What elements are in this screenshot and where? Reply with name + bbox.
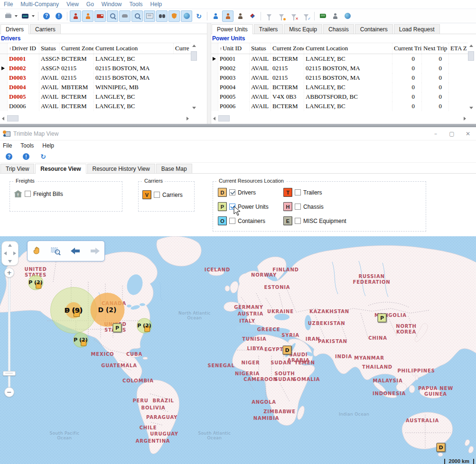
- cell-driver-id[interactable]: D0006: [8, 102, 39, 111]
- globe-clock-icon[interactable]: [181, 10, 192, 22]
- info-icon[interactable]: !: [20, 151, 32, 162]
- menu-window[interactable]: Window: [102, 1, 122, 8]
- pan-down-icon[interactable]: [8, 260, 12, 263]
- cell-location[interactable]: 02115 BOSTON, MA: [304, 64, 392, 73]
- row-selector-header[interactable]: [0, 43, 8, 54]
- cell-location[interactable]: LANGLEY, BC: [94, 92, 191, 102]
- binoculars-icon[interactable]: [156, 10, 168, 22]
- tab-resource-history-view[interactable]: Resource History View: [87, 164, 155, 173]
- col-status[interactable]: Status: [39, 43, 60, 54]
- containers-checkbox[interactable]: [229, 218, 235, 224]
- col-current-location[interactable]: Current Location: [94, 43, 174, 54]
- tab-resource-view[interactable]: Resource View: [35, 164, 86, 174]
- row-selector-header[interactable]: [211, 43, 218, 54]
- trailers-checkbox[interactable]: [295, 189, 301, 195]
- cell-unit-id[interactable]: P0002: [218, 64, 250, 73]
- cell-location[interactable]: LANGLEY, BC: [304, 54, 392, 64]
- cell-next-trip[interactable]: 0: [422, 73, 449, 83]
- cell-eta[interactable]: [449, 83, 468, 92]
- refresh-icon[interactable]: ↻: [37, 151, 49, 162]
- cell-zone[interactable]: BCTERM: [271, 102, 304, 111]
- col-curre[interactable]: Curre: [174, 43, 191, 54]
- row-selector[interactable]: [211, 92, 218, 102]
- cell-driver-id[interactable]: D0003: [8, 73, 39, 83]
- row-selector[interactable]: [211, 54, 218, 64]
- drivers-vscrollbar[interactable]: [191, 43, 197, 121]
- cell-zone[interactable]: BCTERM: [60, 92, 94, 102]
- map-marker-d-square[interactable]: D: [283, 346, 292, 355]
- scroll-thumb[interactable]: [218, 115, 230, 121]
- cell-eta[interactable]: [449, 54, 468, 64]
- forward-arrow-icon[interactable]: [89, 246, 101, 256]
- zoom-slider-handle[interactable]: [3, 371, 16, 376]
- menu-tools[interactable]: Tools: [20, 142, 34, 149]
- cell-status[interactable]: AVAIL: [250, 92, 271, 102]
- col-unit-id[interactable]: Unit ID: [218, 43, 250, 54]
- row-selector[interactable]: [0, 54, 8, 64]
- cell-next-trip[interactable]: 0: [422, 54, 449, 64]
- cell-driver-id[interactable]: D0001: [8, 54, 39, 64]
- driver-row[interactable]: D0005 AVAIL BCTERM LANGLEY, BC: [0, 92, 191, 102]
- cell-eta[interactable]: [449, 92, 468, 102]
- cell-zone[interactable]: V4X 0B3: [271, 92, 304, 102]
- row-selector[interactable]: [211, 64, 218, 73]
- help-icon[interactable]: ?: [41, 10, 52, 22]
- truck-icon[interactable]: [94, 10, 106, 22]
- carrier-icon[interactable]: [82, 10, 93, 22]
- cell-zone[interactable]: BCTERM: [271, 83, 304, 92]
- scroll-thumb[interactable]: [191, 51, 197, 61]
- cell-zone[interactable]: 02115: [271, 64, 304, 73]
- cell-status[interactable]: AVAIL: [39, 92, 60, 102]
- driver-row[interactable]: D0003 AVAIL 02115 02115 BOSTON, MA: [0, 73, 191, 83]
- cell-unit-id[interactable]: P0004: [218, 83, 250, 92]
- driver-row[interactable]: D0004 AVAIL MBTERM WINNIPEG, MB: [0, 83, 191, 92]
- globe-search-icon[interactable]: [342, 10, 353, 22]
- cell-location[interactable]: WINNIPEG, MB: [94, 83, 191, 92]
- cell-status[interactable]: ASSGN: [39, 54, 60, 64]
- col-current-zone[interactable]: Current Zone: [60, 43, 94, 54]
- window-splitter[interactable]: [0, 124, 476, 127]
- col-current-location[interactable]: Current Location: [304, 43, 392, 54]
- person-gray-icon[interactable]: [329, 10, 341, 22]
- cell-driver-id[interactable]: D0005: [8, 92, 39, 102]
- unit-row[interactable]: P0005 AVAIL V4X 0B3 ABBOTSFORD, BC 0 0: [211, 92, 468, 102]
- compass-icon[interactable]: [247, 10, 258, 22]
- row-selector[interactable]: [0, 64, 8, 73]
- units-vscrollbar[interactable]: [468, 43, 474, 121]
- search-trip-icon[interactable]: [131, 10, 143, 22]
- pan-up-icon[interactable]: [8, 244, 12, 247]
- drivers-checkbox[interactable]: [229, 189, 235, 195]
- cell-unit-id[interactable]: P0001: [218, 54, 250, 64]
- driver-icon[interactable]: [70, 10, 81, 22]
- map-marker-p-square[interactable]: P: [378, 314, 387, 323]
- menu-help[interactable]: Help: [42, 142, 54, 149]
- minimize-button[interactable]: –: [428, 129, 444, 139]
- cell-current-trip[interactable]: 0: [392, 64, 422, 73]
- cell-driver-id[interactable]: D0002: [8, 64, 39, 73]
- driver-row[interactable]: D0002 ASSGN 02115 02115 BOSTON, MA: [0, 64, 191, 73]
- cell-status[interactable]: ASSGN: [39, 64, 60, 73]
- cell-next-trip[interactable]: 0: [422, 92, 449, 102]
- filter-remove-icon[interactable]: ✕: [288, 10, 299, 22]
- zoom-in-button[interactable]: +: [4, 268, 14, 278]
- col-status[interactable]: Status: [250, 43, 271, 54]
- col-current-zone[interactable]: Current Zone: [271, 43, 304, 54]
- person-pair-icon[interactable]: [234, 10, 246, 22]
- cell-eta[interactable]: [449, 102, 468, 111]
- cell-location[interactable]: LANGLEY, BC: [304, 102, 392, 111]
- cell-current-trip[interactable]: 0: [392, 83, 422, 92]
- units-hscrollbar[interactable]: [211, 115, 468, 121]
- tab-chassis[interactable]: Chassis: [323, 24, 354, 34]
- cell-eta[interactable]: [449, 73, 468, 83]
- back-arrow-icon[interactable]: [70, 246, 81, 256]
- tab-trip-view[interactable]: Trip View: [0, 164, 34, 173]
- cell-zone[interactable]: 02115: [271, 73, 304, 83]
- power-units-checkbox[interactable]: [229, 204, 235, 210]
- refresh-icon[interactable]: ↻: [193, 10, 205, 22]
- menu-file[interactable]: File: [4, 1, 13, 8]
- cell-zone[interactable]: MBTERM: [60, 83, 94, 92]
- map-cluster-marker-drivers[interactable]: D (2): [98, 306, 116, 314]
- scroll-thumb[interactable]: [7, 115, 19, 121]
- row-selector[interactable]: [0, 92, 8, 102]
- misc-equipment-checkbox[interactable]: [295, 218, 301, 224]
